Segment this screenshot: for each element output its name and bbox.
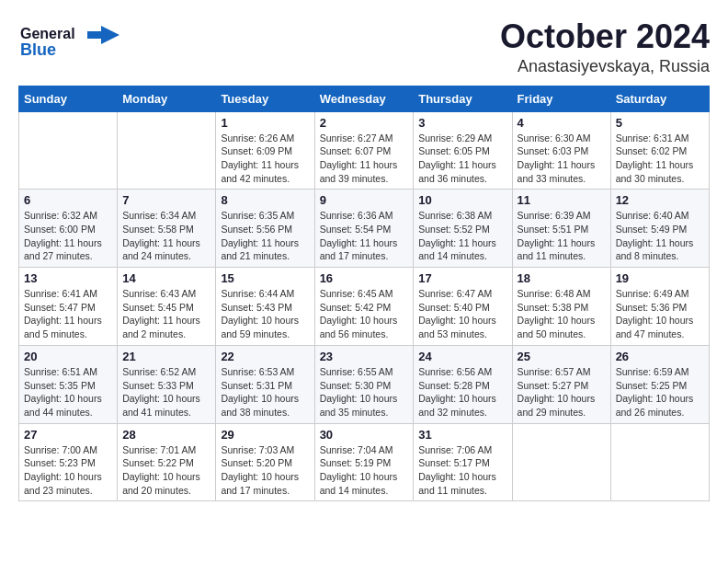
day-info: Sunrise: 6:39 AMSunset: 5:51 PMDaylight:… — [518, 209, 606, 263]
day-info: Sunrise: 6:56 AMSunset: 5:28 PMDaylight:… — [418, 365, 506, 419]
day-info: Sunrise: 6:47 AMSunset: 5:40 PMDaylight:… — [418, 287, 506, 341]
day-number: 8 — [221, 193, 309, 207]
month-title: October 2024 — [500, 18, 710, 55]
calendar-cell: 17Sunrise: 6:47 AMSunset: 5:40 PMDayligh… — [414, 268, 512, 346]
calendar-cell: 21Sunrise: 6:52 AMSunset: 5:33 PMDayligh… — [118, 345, 216, 423]
calendar-week-row: 20Sunrise: 6:51 AMSunset: 5:35 PMDayligh… — [19, 345, 710, 423]
logo: General Blue — [18, 18, 129, 64]
day-info: Sunrise: 6:49 AMSunset: 5:36 PMDaylight:… — [616, 287, 704, 341]
calendar-cell: 5Sunrise: 6:31 AMSunset: 6:02 PMDaylight… — [610, 111, 709, 190]
calendar-cell: 27Sunrise: 7:00 AMSunset: 5:23 PMDayligh… — [19, 423, 118, 501]
day-number: 2 — [320, 116, 409, 130]
calendar-cell: 11Sunrise: 6:39 AMSunset: 5:51 PMDayligh… — [512, 190, 610, 268]
calendar-cell: 26Sunrise: 6:59 AMSunset: 5:25 PMDayligh… — [610, 345, 709, 423]
day-number: 18 — [518, 271, 606, 285]
day-number: 4 — [518, 116, 606, 130]
calendar-cell: 8Sunrise: 6:35 AMSunset: 5:56 PMDaylight… — [216, 190, 314, 268]
calendar-cell: 15Sunrise: 6:44 AMSunset: 5:43 PMDayligh… — [216, 268, 314, 346]
day-info: Sunrise: 6:27 AMSunset: 6:07 PMDaylight:… — [320, 132, 409, 186]
calendar-cell: 16Sunrise: 6:45 AMSunset: 5:42 PMDayligh… — [314, 268, 414, 346]
day-info: Sunrise: 6:48 AMSunset: 5:38 PMDaylight:… — [518, 287, 606, 341]
day-number: 22 — [221, 350, 309, 363]
calendar-cell — [512, 423, 610, 501]
calendar-week-row: 6Sunrise: 6:32 AMSunset: 6:00 PMDaylight… — [19, 190, 710, 268]
day-number: 24 — [418, 350, 506, 363]
calendar-cell: 3Sunrise: 6:29 AMSunset: 6:05 PMDaylight… — [414, 111, 512, 190]
day-info: Sunrise: 6:45 AMSunset: 5:42 PMDaylight:… — [320, 287, 409, 341]
day-info: Sunrise: 6:53 AMSunset: 5:31 PMDaylight:… — [221, 365, 309, 419]
calendar-cell: 10Sunrise: 6:38 AMSunset: 5:52 PMDayligh… — [414, 190, 512, 268]
calendar-cell: 4Sunrise: 6:30 AMSunset: 6:03 PMDaylight… — [512, 111, 610, 190]
calendar-cell — [118, 111, 216, 190]
svg-text:General: General — [20, 26, 75, 41]
day-number: 27 — [24, 428, 112, 442]
day-info: Sunrise: 6:32 AMSunset: 6:00 PMDaylight:… — [24, 209, 112, 263]
day-number: 11 — [518, 193, 606, 207]
svg-text:Blue: Blue — [20, 40, 56, 59]
location-title: Anastasiyevskaya, Russia — [500, 57, 710, 76]
calendar-cell: 13Sunrise: 6:41 AMSunset: 5:47 PMDayligh… — [19, 268, 118, 346]
calendar-cell: 28Sunrise: 7:01 AMSunset: 5:22 PMDayligh… — [118, 423, 216, 501]
day-number: 26 — [616, 350, 704, 363]
weekday-header: Tuesday — [216, 86, 314, 111]
calendar-cell — [610, 423, 709, 501]
calendar-cell: 7Sunrise: 6:34 AMSunset: 5:58 PMDaylight… — [118, 190, 216, 268]
weekday-header: Thursday — [414, 86, 512, 111]
day-info: Sunrise: 7:00 AMSunset: 5:23 PMDaylight:… — [24, 443, 112, 498]
day-number: 16 — [320, 271, 409, 285]
weekday-header: Sunday — [19, 86, 118, 111]
day-info: Sunrise: 6:31 AMSunset: 6:02 PMDaylight:… — [616, 132, 704, 186]
calendar-cell: 24Sunrise: 6:56 AMSunset: 5:28 PMDayligh… — [414, 345, 512, 423]
day-number: 20 — [24, 350, 112, 363]
day-number: 31 — [418, 428, 506, 442]
day-number: 14 — [122, 271, 210, 285]
day-number: 17 — [418, 271, 506, 285]
calendar-cell: 20Sunrise: 6:51 AMSunset: 5:35 PMDayligh… — [19, 345, 118, 423]
calendar-cell: 19Sunrise: 6:49 AMSunset: 5:36 PMDayligh… — [610, 268, 709, 346]
day-info: Sunrise: 6:43 AMSunset: 5:45 PMDaylight:… — [122, 287, 210, 341]
day-info: Sunrise: 6:38 AMSunset: 5:52 PMDaylight:… — [418, 209, 506, 263]
day-number: 12 — [616, 193, 704, 207]
day-number: 30 — [320, 428, 409, 442]
day-number: 25 — [518, 350, 606, 363]
day-info: Sunrise: 6:52 AMSunset: 5:33 PMDaylight:… — [122, 365, 210, 419]
day-info: Sunrise: 6:26 AMSunset: 6:09 PMDaylight:… — [221, 132, 309, 186]
day-info: Sunrise: 6:29 AMSunset: 6:05 PMDaylight:… — [418, 132, 506, 186]
day-number: 9 — [320, 193, 409, 207]
day-info: Sunrise: 6:35 AMSunset: 5:56 PMDaylight:… — [221, 209, 309, 263]
title-section: October 2024 Anastasiyevskaya, Russia — [500, 18, 710, 76]
weekday-header: Wednesday — [314, 86, 414, 111]
day-info: Sunrise: 7:06 AMSunset: 5:17 PMDaylight:… — [418, 443, 506, 498]
day-number: 28 — [122, 428, 210, 442]
day-info: Sunrise: 6:34 AMSunset: 5:58 PMDaylight:… — [122, 209, 210, 263]
calendar-cell: 12Sunrise: 6:40 AMSunset: 5:49 PMDayligh… — [610, 190, 709, 268]
calendar-cell: 9Sunrise: 6:36 AMSunset: 5:54 PMDaylight… — [314, 190, 414, 268]
calendar-week-row: 27Sunrise: 7:00 AMSunset: 5:23 PMDayligh… — [19, 423, 710, 501]
calendar-cell: 30Sunrise: 7:04 AMSunset: 5:19 PMDayligh… — [314, 423, 414, 501]
calendar-week-row: 13Sunrise: 6:41 AMSunset: 5:47 PMDayligh… — [19, 268, 710, 346]
day-info: Sunrise: 6:30 AMSunset: 6:03 PMDaylight:… — [518, 132, 606, 186]
day-number: 19 — [616, 271, 704, 285]
calendar-cell: 2Sunrise: 6:27 AMSunset: 6:07 PMDaylight… — [314, 111, 414, 190]
day-number: 5 — [616, 116, 704, 130]
day-info: Sunrise: 7:03 AMSunset: 5:20 PMDaylight:… — [221, 443, 309, 498]
calendar-cell: 23Sunrise: 6:55 AMSunset: 5:30 PMDayligh… — [314, 345, 414, 423]
logo-icon: General Blue — [18, 18, 129, 64]
page-header: General Blue October 2024 Anastasiyevska… — [18, 18, 710, 76]
day-number: 15 — [221, 271, 309, 285]
day-number: 13 — [24, 271, 112, 285]
weekday-header-row: SundayMondayTuesdayWednesdayThursdayFrid… — [19, 86, 710, 111]
day-info: Sunrise: 6:51 AMSunset: 5:35 PMDaylight:… — [24, 365, 112, 419]
weekday-header: Friday — [512, 86, 610, 111]
day-number: 6 — [24, 193, 112, 207]
calendar-cell: 1Sunrise: 6:26 AMSunset: 6:09 PMDaylight… — [216, 111, 314, 190]
calendar-cell: 31Sunrise: 7:06 AMSunset: 5:17 PMDayligh… — [414, 423, 512, 501]
day-info: Sunrise: 6:44 AMSunset: 5:43 PMDaylight:… — [221, 287, 309, 341]
weekday-header: Saturday — [610, 86, 709, 111]
calendar-cell: 25Sunrise: 6:57 AMSunset: 5:27 PMDayligh… — [512, 345, 610, 423]
calendar-cell: 22Sunrise: 6:53 AMSunset: 5:31 PMDayligh… — [216, 345, 314, 423]
day-number: 7 — [122, 193, 210, 207]
calendar-cell — [19, 111, 118, 190]
svg-marker-2 — [87, 26, 119, 44]
day-info: Sunrise: 6:36 AMSunset: 5:54 PMDaylight:… — [320, 209, 409, 263]
